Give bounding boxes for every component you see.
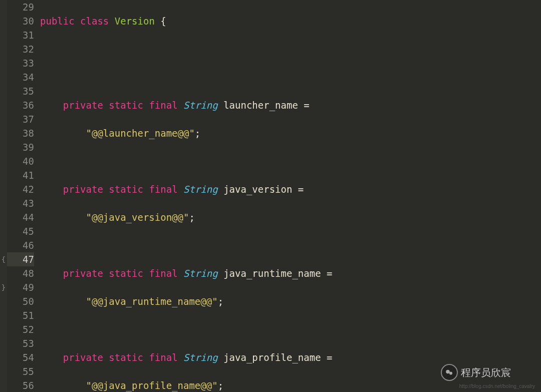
- fold-gutter: { }: [0, 0, 7, 392]
- watermark-badge: 程序员欣宸: [441, 364, 511, 381]
- line-number: 35: [7, 84, 34, 98]
- line-number: 43: [7, 196, 34, 210]
- code-line[interactable]: private static final String launcher_nam…: [40, 98, 541, 112]
- code-line[interactable]: "@@launcher_name@@";: [40, 126, 541, 140]
- watermark-badge-text: 程序员欣宸: [461, 366, 511, 379]
- line-number: 55: [7, 364, 34, 378]
- line-number: 45: [7, 224, 34, 238]
- line-number: 51: [7, 308, 34, 322]
- code-line[interactable]: [40, 70, 541, 84]
- svg-point-1: [449, 372, 452, 375]
- line-number: 47: [7, 252, 34, 266]
- line-number: 40: [7, 154, 34, 168]
- line-number: 38: [7, 126, 34, 140]
- code-line[interactable]: private static final String java_profile…: [40, 350, 541, 364]
- line-number: 34: [7, 70, 34, 84]
- line-number: 33: [7, 56, 34, 70]
- code-editor[interactable]: { } 29 30 31 32 33 34 35 36 37 38 39 40 …: [0, 0, 541, 392]
- code-line[interactable]: [40, 238, 541, 252]
- line-number: 52: [7, 322, 34, 336]
- code-line[interactable]: [40, 42, 541, 56]
- line-number: 50: [7, 294, 34, 308]
- code-line[interactable]: private static final String java_runtime…: [40, 266, 541, 280]
- line-number: 42: [7, 182, 34, 196]
- line-number: 46: [7, 238, 34, 252]
- fold-marker-close[interactable]: }: [0, 280, 7, 294]
- line-number: 44: [7, 210, 34, 224]
- line-number: 49: [7, 280, 34, 294]
- line-number: 36: [7, 98, 34, 112]
- code-line[interactable]: "@@java_runtime_name@@";: [40, 294, 541, 308]
- line-number: 29: [7, 0, 34, 14]
- wechat-icon: [441, 364, 458, 381]
- line-number: 39: [7, 140, 34, 154]
- line-number: 37: [7, 112, 34, 126]
- line-number: 48: [7, 266, 34, 280]
- line-number: 30: [7, 14, 34, 28]
- code-line[interactable]: [40, 154, 541, 168]
- line-number: 31: [7, 28, 34, 42]
- line-number: 56: [7, 378, 34, 392]
- code-line[interactable]: public class Version {: [40, 14, 541, 28]
- watermark-url: http://blog.csdn.net/boling_cavalry: [459, 383, 535, 389]
- line-number-gutter: 29 30 31 32 33 34 35 36 37 38 39 40 41 4…: [7, 0, 40, 392]
- fold-marker-open[interactable]: {: [0, 252, 7, 266]
- line-number: 32: [7, 42, 34, 56]
- line-number: 54: [7, 350, 34, 364]
- code-line[interactable]: "@@java_version@@";: [40, 210, 541, 224]
- code-line[interactable]: [40, 322, 541, 336]
- line-number: 41: [7, 168, 34, 182]
- svg-point-0: [446, 370, 450, 374]
- line-number: 53: [7, 336, 34, 350]
- code-line[interactable]: private static final String java_version…: [40, 182, 541, 196]
- code-area[interactable]: public class Version { private static fi…: [40, 0, 541, 392]
